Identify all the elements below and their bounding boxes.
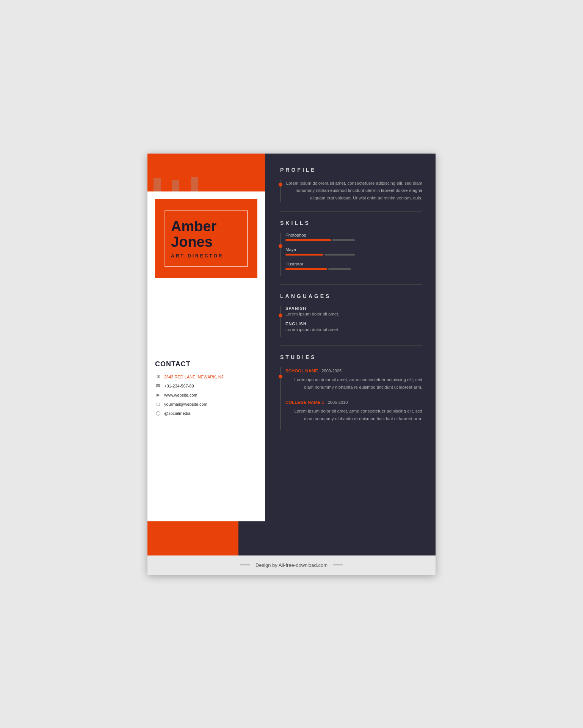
skills-section-title: SKILLS [280, 220, 422, 226]
contact-email: yourmail@website.com [164, 402, 207, 406]
skills-section: Photoshop Maya Illustrator [280, 233, 422, 276]
email-icon: ▢ [155, 401, 161, 407]
footer-text: Design by All-free-download.com [255, 562, 328, 568]
skill-bar-gray [332, 239, 355, 241]
study-years: 2000-2005 [322, 369, 342, 373]
profile-title: ART DIRECTOR [171, 253, 241, 259]
address-icon: ✉ [155, 374, 161, 380]
study-block: SCHOOL NAME 2000-2005 Lorem ipsum dolor … [285, 367, 422, 391]
phone-icon: ☎ [155, 383, 161, 389]
profile-line [280, 180, 281, 202]
languages-dot [279, 314, 282, 317]
skill-bar-gray [328, 268, 351, 270]
skill-item: Illustrator [285, 262, 422, 270]
study-desc: Lorem ipsum dolor sit amet, armo consect… [285, 376, 422, 391]
profile-card: Amber Jones ART DIRECTOR [155, 199, 257, 279]
social-icon: ◯ [155, 410, 161, 416]
studies-section-title: STUDIES [280, 354, 422, 360]
lang-name: ENGLISH [285, 322, 422, 326]
contact-phone: +01-234-567-89 [164, 384, 194, 388]
skill-bars [285, 268, 422, 270]
divider-3 [280, 345, 422, 346]
skill-name: Maya [285, 247, 422, 252]
contact-address: 2643 RED LANE, NEWARK, NJ [164, 375, 223, 379]
profile-text: Lorem ipsum dolorera sit amet, consectet… [285, 180, 422, 202]
skill-item: Maya [285, 247, 422, 256]
web-icon: ▶ [155, 392, 161, 398]
right-panel: PROFILE Lorem ipsum dolorera sit amet, c… [265, 154, 436, 555]
footer-dash-left [240, 565, 250, 565]
profile-section: Lorem ipsum dolorera sit amet, consectet… [280, 180, 422, 202]
skills-dot [279, 244, 282, 248]
footer-dash-right [333, 565, 343, 565]
left-bottom-orange [147, 521, 238, 555]
contact-item-email: ▢ yourmail@website.com [155, 401, 257, 407]
profile-section-title: PROFILE [280, 167, 422, 173]
left-bottom-dark [238, 521, 265, 555]
skill-bar-orange [285, 268, 327, 270]
skill-bar-orange [285, 254, 323, 256]
left-top-orange [147, 154, 265, 191]
skills-line [280, 233, 281, 276]
studies-section: SCHOOL NAME 2000-2005 Lorem ipsum dolor … [280, 367, 422, 430]
languages-section: SPANISH Lorem ipsum dolor sit amet. ENGL… [280, 306, 422, 337]
skills-content: Photoshop Maya Illustrator [285, 233, 422, 276]
skill-bar-gray [324, 254, 355, 256]
skill-bars [285, 254, 422, 256]
languages-section-title: LANGUAGES [280, 293, 422, 299]
left-panel: RESUME Amber Jones ART DIRECTOR CONTACT … [147, 154, 265, 555]
skill-name: Illustrator [285, 262, 422, 266]
profile-name: Amber Jones [171, 219, 241, 251]
contact-website: www.website.com [164, 393, 197, 397]
lang-desc: Lorem ipsum dolor sit amet. [285, 327, 422, 332]
study-header: COLLEGE NAME 1 2005-2010 [285, 399, 422, 405]
studies-content: SCHOOL NAME 2000-2005 Lorem ipsum dolor … [285, 367, 422, 430]
study-years: 2005-2010 [328, 400, 348, 405]
study-block: COLLEGE NAME 1 2005-2010 Lorem ipsum dol… [285, 399, 422, 422]
skill-item: Photoshop [285, 233, 422, 241]
language-block: ENGLISH Lorem ipsum dolor sit amet. [285, 322, 422, 332]
skill-name: Photoshop [285, 233, 422, 237]
skill-bars [285, 239, 422, 241]
left-content: Amber Jones ART DIRECTOR [147, 191, 265, 351]
languages-content: SPANISH Lorem ipsum dolor sit amet. ENGL… [285, 306, 422, 337]
contact-item-website: ▶ www.website.com [155, 392, 257, 398]
languages-line [280, 306, 281, 337]
contact-item-phone: ☎ +01-234-567-89 [155, 383, 257, 389]
resume-container: RESUME Amber Jones ART DIRECTOR CONTACT … [147, 154, 436, 555]
divider-2 [280, 284, 422, 285]
contact-item-social: ◯ @socialmedia [155, 410, 257, 416]
studies-dot [279, 375, 282, 378]
left-bottom-bar [147, 521, 265, 555]
contact-heading: CONTACT [155, 360, 257, 368]
study-header: SCHOOL NAME 2000-2005 [285, 367, 422, 374]
footer: Design by All-free-download.com [147, 555, 436, 575]
resume-wrapper: RESUME Amber Jones ART DIRECTOR CONTACT … [147, 154, 436, 575]
studies-line [280, 367, 281, 430]
lang-desc: Lorem ipsum dolor sit amet. [285, 312, 422, 316]
study-school: COLLEGE NAME 1 [285, 400, 324, 405]
contact-social: @socialmedia [164, 411, 190, 416]
lang-name: SPANISH [285, 306, 422, 311]
language-block: SPANISH Lorem ipsum dolor sit amet. [285, 306, 422, 316]
contact-item-address: ✉ 2643 RED LANE, NEWARK, NJ [155, 374, 257, 380]
skill-bar-orange [285, 239, 331, 241]
divider-1 [280, 211, 422, 212]
left-white-section: CONTACT ✉ 2643 RED LANE, NEWARK, NJ ☎ +0… [147, 351, 265, 521]
study-school: SCHOOL NAME [285, 369, 318, 373]
profile-dot [279, 183, 282, 187]
study-desc: Lorem ipsum dolor sit amet, armo consect… [285, 408, 422, 422]
profile-card-border: Amber Jones ART DIRECTOR [165, 210, 248, 267]
